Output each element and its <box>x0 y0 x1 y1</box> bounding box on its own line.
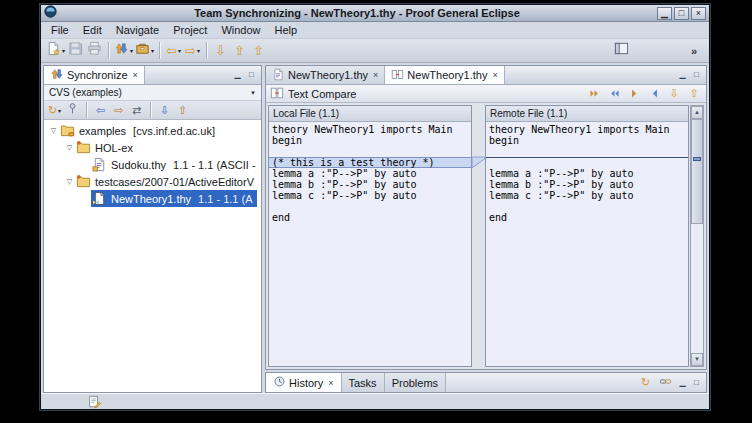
maximize-window-button[interactable]: □ <box>674 7 689 20</box>
tree-item-testcases[interactable]: ▽ testcases/2007-01/ActiveEditorV <box>44 173 261 190</box>
tree-item-examples[interactable]: ▽ examples [cvs.inf.ed.ac.uk] <box>44 122 261 139</box>
close-icon[interactable]: × <box>373 70 378 80</box>
previous-change-button[interactable]: ⇧ <box>230 41 249 60</box>
selected-tree-item[interactable]: NewTheory1.thy 1.1 - 1.1 (A <box>91 190 257 207</box>
code-line: lemma c :"P-->P" by auto <box>489 190 688 201</box>
new-wizard-button[interactable]: ▾ <box>45 41 66 60</box>
text-compare-header: Text Compare <box>266 85 706 103</box>
tree-item-newtheory1[interactable]: NewTheory1.thy 1.1 - 1.1 (A <box>44 190 261 207</box>
menu-project[interactable]: Project <box>166 23 214 37</box>
remote-file-editor[interactable]: theory NewTheory1 imports Main begin lem… <box>486 122 688 366</box>
minimize-view-button[interactable]: ▁ <box>231 69 244 81</box>
save-button[interactable] <box>66 41 85 60</box>
menu-edit[interactable]: Edit <box>76 23 109 37</box>
toolbar-separator <box>206 42 207 59</box>
tree-item-hol-ex[interactable]: ▽ HOL-ex <box>44 139 261 156</box>
expander-icon[interactable]: ▽ <box>64 144 75 152</box>
tree-item-sudoku[interactable]: Sudoku.thy 1.1 - 1.1 (ASCII - <box>44 156 261 173</box>
compare-editor-icon <box>391 68 404 83</box>
sync-view-toolbar: ↻ ▾ ⇦ ⇨ ⇄ <box>44 101 261 120</box>
scrollbar-thumb[interactable] <box>691 119 703 224</box>
eclipse-window: Team Synchronizing - NewTheory1.thy - Pr… <box>40 4 710 410</box>
chevron-down-icon: ▼ <box>250 90 256 96</box>
expander-icon[interactable]: ▽ <box>64 178 75 186</box>
code-line: begin <box>272 135 471 146</box>
close-window-button[interactable]: × <box>691 7 706 20</box>
both-mode-button[interactable]: ⇄ <box>128 102 145 119</box>
next-difference-button[interactable]: ⇩ <box>666 86 682 102</box>
up-button[interactable]: ⇧ <box>249 41 268 60</box>
previous-difference-button[interactable]: ⇧ <box>686 86 702 102</box>
history-icon <box>273 375 286 390</box>
folder-icon <box>76 140 92 155</box>
minimize-window-button[interactable]: ▁ <box>657 7 672 20</box>
copy-all-right-to-left-button[interactable] <box>606 86 622 102</box>
commit-all-button[interactable]: ⇧ <box>174 102 191 119</box>
editor-tab-newtheory1[interactable]: NewTheory1.thy × <box>266 66 385 84</box>
menu-file[interactable]: File <box>44 23 76 37</box>
synchronize-refresh-button[interactable]: ↻ ▾ <box>46 102 63 119</box>
tree-item-detail: [cvs.inf.ed.ac.uk] <box>133 125 215 137</box>
incoming-mode-button[interactable]: ⇦ <box>92 102 109 119</box>
tab-problems-label: Problems <box>392 377 438 389</box>
forward-button[interactable]: ⇨ ▾ <box>183 41 202 60</box>
maximize-view-button[interactable]: □ <box>245 69 258 81</box>
minimize-editor-button[interactable]: ▁ <box>676 69 689 81</box>
back-button[interactable]: ⇦ ▾ <box>164 41 183 60</box>
diff-connector-gutter <box>472 105 485 367</box>
scroll-up-button[interactable]: ▲ <box>691 106 703 119</box>
perspective-button[interactable] <box>612 41 631 60</box>
diff-overview-marker[interactable] <box>693 157 701 161</box>
local-file-editor[interactable]: theory NewTheory1 imports Main begin (* … <box>269 122 471 366</box>
scrollbar-track[interactable] <box>691 119 703 353</box>
next-change-button[interactable]: ⇩ <box>211 41 230 60</box>
close-icon[interactable]: × <box>328 378 333 388</box>
remote-actions-button[interactable]: ▾ <box>134 41 155 60</box>
minimize-view-button[interactable]: ▁ <box>676 377 689 389</box>
scroll-down-button[interactable]: ▼ <box>691 353 703 366</box>
tab-problems[interactable]: Problems <box>385 373 446 392</box>
tab-history[interactable]: History × <box>266 373 342 392</box>
toolbox-icon <box>135 41 150 60</box>
status-note-icon <box>87 395 102 409</box>
remote-file-header: Remote File (1.1) <box>486 106 688 122</box>
toolbar-overflow-chevron[interactable]: » <box>687 45 701 57</box>
title-bar[interactable]: Team Synchronizing - NewTheory1.thy - Pr… <box>41 5 709 22</box>
synchronize-view: Synchronize × ▁ □ CVS (examples) ▼ ↻ ▾ <box>43 65 262 393</box>
synchronize-icon <box>114 41 129 60</box>
update-arrow-icon: ⇩ <box>160 105 169 116</box>
outgoing-mode-button[interactable]: ⇨ <box>110 102 127 119</box>
synchronize-view-icon <box>50 67 64 83</box>
copy-all-left-to-right-button[interactable] <box>586 86 602 102</box>
code-line <box>272 201 471 212</box>
menu-window[interactable]: Window <box>214 23 267 37</box>
close-icon[interactable]: × <box>133 70 138 80</box>
sync-scope-selector[interactable]: CVS (examples) ▼ <box>44 85 261 101</box>
expander-icon[interactable]: ▽ <box>48 127 59 135</box>
maximize-view-button[interactable]: □ <box>690 377 703 389</box>
copy-current-left-to-right-button[interactable] <box>626 86 642 102</box>
maximize-editor-button[interactable]: □ <box>690 69 703 81</box>
pin-button[interactable] <box>64 102 81 119</box>
code-line <box>272 146 471 157</box>
refresh-icon: ↻ <box>48 105 57 116</box>
view-corner-buttons: ▁ □ <box>228 66 261 84</box>
chevron-down-icon: ▾ <box>62 47 65 54</box>
synchronize-button[interactable]: ▾ <box>113 41 134 60</box>
synchronize-view-tabbar: Synchronize × ▁ □ <box>44 66 261 85</box>
tab-tasks[interactable]: Tasks <box>342 373 385 392</box>
editor-tab-compare[interactable]: NewTheory1.thy × <box>385 66 504 84</box>
menu-bar: File Edit Navigate Project Window Help <box>41 22 709 39</box>
menu-help[interactable]: Help <box>268 23 305 37</box>
window-controls: ▁ □ × <box>657 7 706 20</box>
compare-scrollbar[interactable]: ▲ ▼ <box>690 105 704 367</box>
update-all-button[interactable]: ⇩ <box>156 102 173 119</box>
refresh-history-button[interactable]: ↻ <box>636 373 655 392</box>
close-icon[interactable]: × <box>492 70 497 80</box>
link-with-editor-button[interactable] <box>656 373 675 392</box>
local-file-header: Local File (1.1) <box>269 106 471 122</box>
menu-navigate[interactable]: Navigate <box>109 23 166 37</box>
print-button[interactable] <box>85 41 104 60</box>
copy-current-right-to-left-button[interactable] <box>646 86 662 102</box>
tab-synchronize[interactable]: Synchronize × <box>44 66 145 84</box>
